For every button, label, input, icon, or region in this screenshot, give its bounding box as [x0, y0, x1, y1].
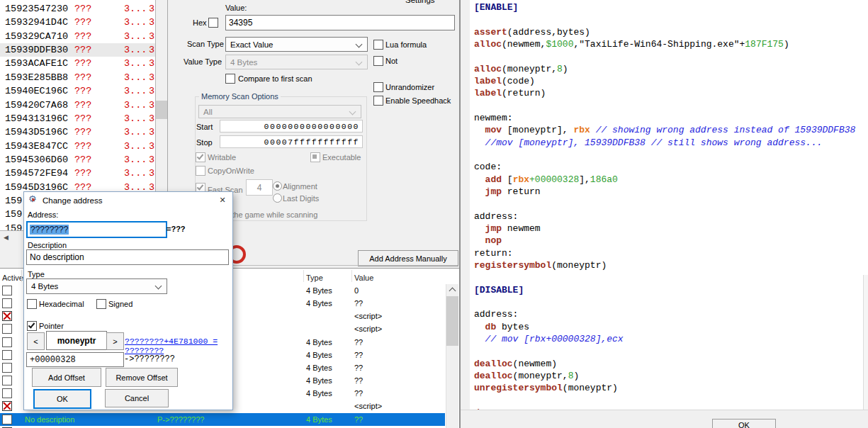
column-header-type[interactable]: Type — [306, 274, 323, 282]
found-address: 15945306D60 — [5, 153, 68, 167]
script-token: (return) — [502, 88, 546, 98]
table-row[interactable]: No descriptionP->????????4 Bytes?? — [0, 413, 445, 426]
scroll-up-arrow-icon[interactable] — [446, 284, 458, 295]
last-digits-radio[interactable] — [273, 193, 282, 203]
found-row[interactable]: 159420C7A68???3...3 — [0, 98, 155, 112]
row-active-checkbox[interactable] — [2, 415, 12, 424]
scan-region-dropdown[interactable]: All — [198, 105, 361, 118]
pointer-next-button[interactable]: > — [106, 332, 124, 350]
found-row[interactable]: 15943E847CC???3...3 — [0, 140, 155, 153]
script-vscrollbar[interactable] — [863, 275, 868, 410]
stop-address-input[interactable]: 00007fffffffffff — [220, 135, 363, 148]
row-value: 0 — [354, 284, 359, 297]
script-line: add [rbx+00000328],186a0 — [474, 174, 618, 186]
row-active-checkbox[interactable] — [2, 401, 12, 411]
pointer-label: Pointer — [39, 322, 64, 330]
close-icon[interactable]: ✕ — [214, 193, 231, 206]
found-value: ??? — [74, 153, 91, 167]
pointer-checkbox[interactable] — [27, 321, 37, 331]
script-token: address: — [474, 211, 518, 222]
row-active-checkbox[interactable] — [2, 376, 12, 385]
row-type: 4 Bytes — [306, 361, 332, 374]
type-dropdown[interactable]: 4 Bytes — [26, 278, 167, 294]
value-type-dropdown[interactable]: 4 Bytes — [225, 55, 368, 69]
row-value: <script> — [354, 322, 382, 335]
found-row[interactable]: 159329CA710???3...3 — [0, 30, 155, 43]
pointer-resolution-link[interactable]: ????????+4E781000 = ???????? — [125, 337, 232, 355]
alignment-radio[interactable] — [273, 181, 282, 191]
writable-checkbox[interactable] — [196, 152, 205, 162]
row-active-checkbox[interactable] — [2, 311, 12, 321]
row-active-checkbox[interactable] — [2, 298, 12, 308]
found-row[interactable]: 15943D5196C???3...3 — [0, 125, 155, 139]
found-row[interactable]: 15940EC196C???3...3 — [0, 84, 155, 98]
row-active-checkbox[interactable] — [2, 363, 12, 373]
found-previous: 3... — [124, 71, 147, 84]
lua-formula-checkbox[interactable] — [373, 40, 383, 50]
vscrollbar-thumb[interactable] — [156, 101, 167, 119]
row-active-checkbox[interactable] — [2, 286, 12, 295]
table-vscrollbar[interactable] — [446, 284, 458, 428]
scan-type-dropdown[interactable]: Exact Value — [225, 37, 368, 52]
enable-speedhack-checkbox[interactable] — [373, 96, 383, 106]
column-header-active[interactable]: Active — [2, 274, 23, 282]
script-token: jmp — [485, 186, 502, 197]
cancel-button[interactable]: Cancel — [105, 389, 169, 407]
found-row[interactable]: 15923547230???3...3 — [0, 2, 155, 16]
start-address-input[interactable]: 0000000000000000 — [220, 120, 363, 133]
found-value: ??? — [74, 140, 91, 153]
table-row[interactable] — [0, 426, 445, 428]
selected-text: ???????? — [30, 225, 69, 235]
script-token: ,"TaxiLife-Win64-Shipping.exe"+ — [573, 39, 745, 50]
found-first: 3 — [149, 71, 154, 84]
column-divider[interactable] — [21, 270, 22, 282]
not-checkbox[interactable] — [373, 56, 383, 66]
executable-checkbox[interactable] — [310, 152, 320, 162]
found-row[interactable]: 1594572FE94???3...3 — [0, 167, 155, 180]
add-address-manually-button[interactable]: Add Address Manually — [358, 250, 458, 266]
script-editor[interactable]: [ENABLE]assert(address,bytes)alloc(newme… — [470, 0, 868, 410]
unrandomizer-checkbox[interactable] — [373, 82, 383, 92]
found-value: ??? — [74, 30, 91, 43]
scan-value-input[interactable]: 34395 — [225, 15, 455, 30]
row-value: ?? — [354, 374, 363, 387]
found-row[interactable]: 1593ACAFE1C???3...3 — [0, 57, 155, 70]
hex-checkbox[interactable] — [208, 18, 218, 28]
row-active-checkbox[interactable] — [2, 337, 12, 347]
column-divider[interactable] — [351, 270, 352, 282]
found-row[interactable]: 15945306D60???3...3 — [0, 153, 155, 167]
found-row[interactable]: 1594313196C???3...3 — [0, 112, 155, 125]
script-ok-button[interactable]: OK — [712, 419, 776, 428]
found-address: 1593ACAFE1C — [5, 57, 68, 70]
description-input[interactable]: No description — [26, 249, 229, 265]
found-row[interactable]: 15939DDFB30???3...3 — [0, 43, 155, 57]
found-row[interactable]: 1593E285BB8???3...3 — [0, 71, 155, 84]
address-input[interactable]: ???????? — [26, 221, 167, 238]
row-active-checkbox[interactable] — [2, 324, 12, 334]
script-line: db bytes — [474, 321, 529, 333]
settings-link[interactable]: Settings — [405, 0, 435, 4]
script-line: dealloc(moneyptr,8) — [474, 370, 579, 382]
fast-scan-value-input[interactable]: 4 — [246, 179, 273, 196]
found-value: ??? — [74, 125, 91, 139]
column-divider[interactable] — [303, 270, 304, 282]
found-row[interactable]: 15932941D4C???3...3 — [0, 16, 155, 29]
hexadecimal-checkbox[interactable] — [27, 299, 37, 309]
column-header-value[interactable]: Value — [354, 274, 373, 282]
pointer-base-input[interactable]: moneyptr — [46, 331, 107, 350]
scroll-left-arrow-icon[interactable]: ◀ — [0, 231, 12, 243]
ok-button[interactable]: OK — [33, 389, 91, 409]
copyonwrite-checkbox[interactable] — [196, 166, 205, 176]
row-active-checkbox[interactable] — [2, 350, 12, 360]
add-offset-button[interactable]: Add Offset — [32, 368, 101, 387]
found-previous: 3... — [124, 125, 147, 139]
row-active-checkbox[interactable] — [2, 388, 12, 398]
remove-offset-button[interactable]: Remove Offset — [106, 368, 178, 387]
offset-input[interactable]: +00000328 — [26, 352, 124, 367]
script-line: //mov [moneyptr], 15939DDFB38 // still s… — [474, 137, 822, 149]
table-scrollbar-thumb[interactable] — [446, 296, 458, 346]
compare-first-scan-checkbox[interactable] — [225, 74, 235, 84]
row-type: 4 Bytes — [306, 297, 332, 310]
pointer-prev-button[interactable]: < — [27, 332, 45, 350]
signed-checkbox[interactable] — [96, 299, 106, 309]
